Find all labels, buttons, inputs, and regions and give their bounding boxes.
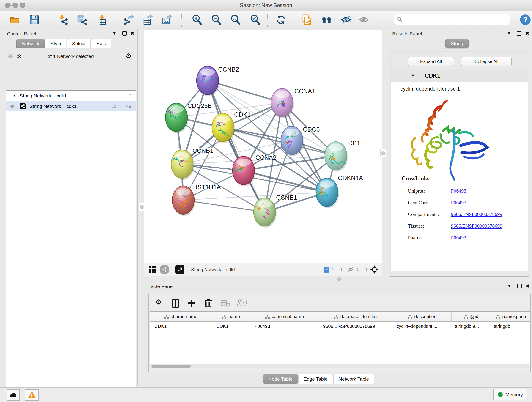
tab-select[interactable]: Select [67,38,91,48]
column-header-shared-name[interactable]: shared name [150,312,212,321]
tab-edge-table[interactable]: Edge Table [298,374,333,384]
show-all-button[interactable] [359,14,370,25]
panel-close-icon[interactable]: ✖ [526,283,530,289]
table-horizontal-scrollbar[interactable] [150,364,530,368]
import-table-button[interactable] [97,14,108,25]
double-home-button[interactable] [321,14,332,25]
column-label: @id [470,314,478,319]
node-CDC25B[interactable]: CDC25B [165,102,212,133]
left-splitter-handle[interactable] [139,203,144,211]
open-session-button[interactable] [9,14,20,25]
zoom-fit-button[interactable] [230,14,241,25]
table-cell[interactable]: stringdb [489,322,530,331]
export-image-button[interactable] [161,14,172,25]
network-badge-icon[interactable] [160,265,169,274]
panel-collapse-icon[interactable]: ▼ [507,31,511,36]
network-canvas[interactable]: CCNB2CCNA1CDC25BCDK1CDC6RB1CCNB1CCNA2CDK… [144,30,382,263]
scrollbar-thumb[interactable] [152,365,191,368]
network-collection-row[interactable]: ▼ String Network – cdk1 1 [6,90,136,101]
warnings-button[interactable] [25,389,39,401]
node-section-header[interactable]: ▼ CDK1 [391,69,528,82]
open-in-window-button[interactable] [175,265,184,274]
show-columns-icon[interactable] [172,299,179,307]
table-cell[interactable]: P06493 [250,322,318,331]
network-view-title: String Network – cdk1 [191,267,236,272]
column-header-canonical-name[interactable]: canonical name [250,312,319,321]
birds-eye-grid-icon[interactable] [148,265,157,274]
table-cell[interactable]: stringdb:9... [450,322,489,331]
expand-all-button[interactable]: Expand All [408,57,454,66]
node-CDK1[interactable]: CDK1 [212,111,251,143]
tab-node-table[interactable]: Node Table [263,374,298,384]
right-splitter-handle[interactable] [380,149,386,157]
node-CCNB1[interactable]: CCNB1 [171,147,214,180]
duplicate-network-button[interactable] [302,14,312,25]
node-table[interactable]: shared namenamecanonical namedatabase id… [150,312,530,365]
memory-button[interactable]: Memory [493,389,527,400]
string-network-graph[interactable]: CCNB2CCNA1CDC25BCDK1CDC6RB1CCNB1CCNA2CDK… [144,30,382,263]
crosslink-link[interactable]: P06493 [451,188,466,194]
crosslink-link[interactable]: 9606.ENSP00000378699 [451,223,502,229]
zoom-out-button[interactable] [211,14,222,25]
crosshair-icon[interactable] [370,265,379,274]
tab-style[interactable]: Style [45,38,66,48]
edge-CCNB2-CCNE1[interactable] [208,80,265,212]
add-column-icon[interactable] [187,299,196,307]
tab-sets[interactable]: Sets [91,38,111,48]
hide-selected-button[interactable] [341,14,352,25]
column-header-namespace[interactable]: namespace [491,312,530,321]
column-header-description[interactable]: description [393,312,452,321]
panel-collapse-icon[interactable]: ▼ [507,283,512,288]
edge-HIST1H1A-CCNE1[interactable] [183,200,265,212]
node-CCNE1[interactable]: CCNE1 [254,194,297,228]
collapse-all-button[interactable]: Collapse All [461,57,512,66]
zoom-selected-button[interactable] [250,14,261,25]
crosslink-link[interactable]: 9606.ENSP00000378699 [451,211,502,217]
tab-network-table[interactable]: Network Table [333,374,374,384]
crosslink-link[interactable]: P06493 [451,235,466,241]
node-HIST1H1A[interactable]: HIST1H1A [172,184,221,216]
gear-icon[interactable]: ⚙ [126,52,132,60]
node-RB1[interactable]: RB1 [325,140,360,172]
help-button[interactable]: ? [520,14,531,25]
node-CDKN1A[interactable]: CDKN1A [316,175,363,208]
crosslink-link[interactable]: P06493 [451,200,466,206]
network-search-field[interactable] [394,14,510,25]
table-cell[interactable]: 9606.ENSP00000378699 [318,322,392,331]
column-header-database-identifier[interactable]: database identifier [319,312,393,321]
panel-float-icon[interactable] [517,284,522,288]
panel-close-icon[interactable]: ✖ [525,31,529,36]
bottom-splitter-handle[interactable] [337,277,341,281]
crosslink-row: Compartments:9606.ENSP00000378699 [408,208,522,220]
tab-network[interactable]: Network [17,38,45,48]
section-expander-icon[interactable]: ▼ [411,74,415,78]
tab-string[interactable]: String [445,38,469,49]
table-row[interactable]: CDK1CDK1P064939606.ENSP00000378699cyclin… [150,322,530,331]
export-network-button[interactable] [123,14,134,25]
panel-float-icon[interactable] [122,31,127,36]
column-header--id[interactable]: @id [452,312,491,321]
panel-float-icon[interactable] [517,31,521,36]
refresh-layout-button[interactable] [275,14,286,25]
table-cell[interactable]: CDK1 [150,322,212,331]
column-header-name[interactable]: name [212,312,250,321]
node-CDC6[interactable]: CDC6 [281,126,320,156]
import-network-database-button[interactable] [76,14,87,25]
panel-close-icon[interactable]: ✖ [130,31,134,36]
zoom-in-button[interactable] [191,14,203,25]
panel-collapse-icon[interactable]: ▼ [112,31,117,36]
network-row[interactable]: String Network – cdk1 11 48 [6,101,136,111]
search-input[interactable] [404,17,510,22]
export-table-button[interactable] [142,14,153,25]
tree-expander-icon[interactable]: ▼ [13,94,16,98]
save-session-button[interactable] [29,14,40,25]
selected-checkbox-icon[interactable]: ✓ [323,267,329,273]
table-cell[interactable]: CDK1 [212,322,250,331]
table-cell[interactable]: cyclin–dependent ... [392,322,450,331]
table-gear-icon[interactable]: ⚙ [156,298,162,306]
delete-column-icon[interactable] [204,298,212,307]
cloud-button[interactable] [7,389,20,401]
node-CCNB2[interactable]: CCNB2 [196,66,239,96]
import-network-file-button[interactable] [57,14,68,25]
network-edges[interactable] [177,80,336,212]
